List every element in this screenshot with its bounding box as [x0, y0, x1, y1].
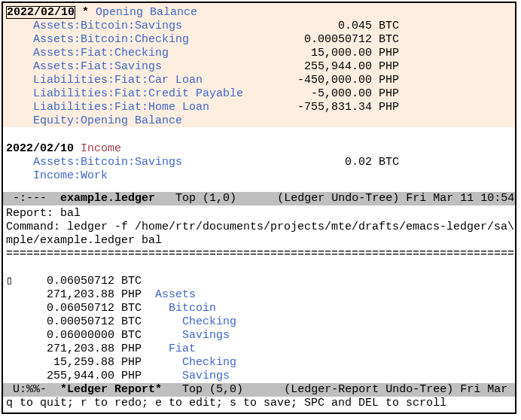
posting-account: Assets:Bitcoin:Checking [33, 33, 264, 46]
posting-account: Assets:Bitcoin:Savings [33, 156, 264, 169]
posting-line: Equity:Opening Balance [6, 114, 512, 128]
report-account: Fiat [169, 342, 196, 355]
posting-line: Liabilities:Fiat:Car Loan -450,000.00 PH… [6, 74, 512, 87]
ledger-report-pane[interactable]: Report: bal Command: ledger -f /home/rtr… [3, 205, 515, 383]
ledger-buffer-pane[interactable]: 2022/02/10 * Opening Balance Assets:Bitc… [3, 3, 515, 127]
report-account: Assets [155, 288, 196, 301]
report-account: Savings [182, 329, 230, 342]
posting-account: Liabilities:Fiat:Car Loan [33, 74, 264, 87]
posting-amount: 0.02 BTC [264, 156, 399, 169]
posting-line: Assets:Bitcoin:Savings 0.02 BTC [6, 156, 512, 169]
modeline-flags: U:%%- [13, 383, 47, 396]
report-command-line1: Command: ledger -f /home/rtr/documents/p… [6, 221, 514, 233]
modeline-flags: -:--- [13, 192, 47, 205]
modeline-position: Top (1,0) [175, 192, 236, 205]
report-account: Bitcoin [169, 302, 216, 315]
transaction-header-opening: 2022/02/10 * Opening Balance [6, 6, 512, 20]
report-account: Checking [182, 356, 236, 369]
posting-line: Income:Work [6, 169, 512, 183]
posting-account: Equity:Opening Balance [33, 114, 264, 127]
posting-amount: -5,000.00 PHP [264, 87, 399, 100]
posting-account: Liabilities:Fiat:Home Loan [33, 101, 264, 114]
ledger-buffer-pane-cont[interactable]: 2022/02/10 Income Assets:Bitcoin:Savings… [3, 127, 515, 192]
posting-amount: -450,000.00 PHP [264, 74, 399, 87]
modeline-buffer-name: example.ledger [60, 192, 155, 205]
posting-line: Assets:Fiat:Checking 15,000.00 PHP [6, 47, 512, 60]
modeline-buffer-name: *Ledger Report* [60, 383, 162, 396]
posting-line: Assets:Bitcoin:Checking 0.00050712 BTC [6, 33, 512, 47]
emacs-frame: 2022/02/10 * Opening Balance Assets:Bitc… [2, 2, 516, 414]
modeline-position: Top (5,0) [182, 383, 243, 396]
modeline-report: U:%%- *Ledger Report* Top (5,0) (Ledger-… [3, 383, 515, 397]
echo-area: q to quit; r to redo; e to edit; s to sa… [3, 397, 515, 410]
modeline-modes: (Ledger Undo-Tree) [277, 192, 399, 205]
echo-text: q to quit; r to redo; e to edit; s to sa… [6, 397, 446, 409]
posting-amount: 255,944.00 PHP [264, 60, 399, 73]
posting-amount: 0.045 BTC [264, 20, 399, 32]
report-title: Report: bal [6, 207, 81, 220]
report-separator: ========================================… [6, 248, 514, 260]
posting-line: Assets:Bitcoin:Savings 0.045 BTC [6, 20, 512, 33]
posting-account: Assets:Bitcoin:Savings [33, 20, 264, 32]
posting-account: Liabilities:Fiat:Credit Payable [33, 87, 264, 100]
report-account: Checking [182, 315, 236, 328]
posting-amount: 0.00050712 BTC [264, 33, 399, 46]
report-account: Savings [182, 370, 230, 382]
posting-line: Assets:Fiat:Savings 255,944.00 PHP [6, 60, 512, 74]
modeline-time: Fri Mar 11 10:54 [406, 192, 514, 205]
report-command-line2: mple/example.ledger bal [6, 234, 162, 247]
transaction-header-income: 2022/02/10 Income [6, 142, 512, 156]
modeline-time: Fri Mar [460, 383, 507, 396]
posting-amount: 15,000.00 PHP [264, 47, 399, 59]
posting-amount [264, 169, 399, 182]
posting-account: Assets:Fiat:Checking [33, 47, 264, 59]
posting-line: Liabilities:Fiat:Credit Payable -5,000.0… [6, 87, 512, 101]
posting-line: Liabilities:Fiat:Home Loan -755,831.34 P… [6, 101, 512, 114]
posting-account: Income:Work [33, 169, 264, 182]
modeline-modes: (Ledger-Report Undo-Tree) [284, 383, 453, 396]
buffer-cursor: 2022/02/10 [6, 6, 75, 19]
posting-amount [264, 114, 399, 127]
posting-account: Assets:Fiat:Savings [33, 60, 264, 73]
modeline-ledger: -:--- example.ledger Top (1,0) (Ledger U… [3, 192, 515, 205]
posting-amount: -755,831.34 PHP [264, 101, 399, 114]
